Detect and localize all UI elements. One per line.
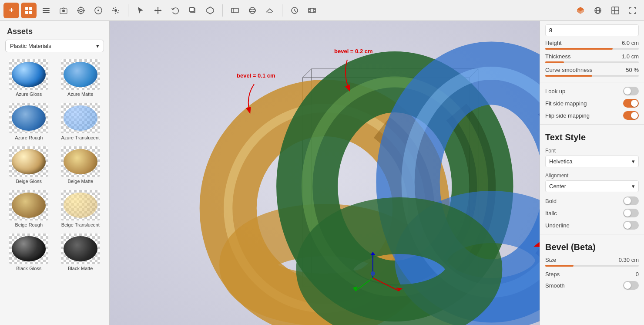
viewport[interactable]: bevel = 0.1 cm bevel = 0.2 cm bevel = 0.…	[110, 21, 540, 325]
material-item-beige-gloss[interactable]: Beige Gloss	[3, 144, 54, 186]
font-select[interactable]: Helvetica ▾	[545, 156, 639, 167]
material-thumb-beige-rough	[9, 190, 48, 220]
select-button[interactable]	[133, 3, 148, 18]
bevel-size-track[interactable]	[545, 265, 639, 267]
target-button[interactable]	[73, 3, 89, 18]
material-thumb-black-matte	[61, 234, 100, 264]
flip-side-mapping-toggle[interactable]	[623, 111, 639, 120]
italic-row: Italic	[540, 207, 644, 219]
material-item-beige-rough[interactable]: Beige Rough	[3, 187, 54, 230]
orbit-button[interactable]	[245, 3, 260, 18]
svg-rect-1	[29, 7, 32, 10]
underline-row: Underline	[540, 219, 644, 231]
add-button[interactable]: +	[3, 3, 19, 18]
fit-side-mapping-label: Fit side mapping	[545, 100, 587, 107]
smooth-row: Smooth	[540, 279, 644, 291]
sphere-beige-translucent	[64, 193, 97, 218]
material-label-azure-matte: Azure Matte	[67, 91, 93, 97]
menu-button[interactable]	[38, 3, 54, 18]
sphere-beige-matte	[64, 149, 97, 174]
svg-rect-27	[231, 8, 238, 13]
underline-toggle[interactable]	[623, 221, 639, 230]
material-label-black-matte: Black Matte	[68, 266, 93, 271]
material-item-azure-matte[interactable]: Azure Matte	[55, 57, 106, 99]
cube-view-button[interactable]	[573, 3, 588, 18]
material-label-black-gloss: Black Gloss	[16, 266, 41, 271]
curve-smoothness-value: 50 %	[626, 67, 639, 73]
material-label-azure-rough: Azure Rough	[15, 135, 43, 140]
material-item-azure-rough[interactable]: Azure Rough	[3, 100, 54, 143]
height-label: Height	[545, 40, 562, 46]
divider1	[540, 82, 644, 82]
thickness-row: Thickness 1.0 cm	[540, 51, 644, 61]
bold-toggle[interactable]	[623, 196, 639, 205]
film-button[interactable]	[304, 3, 320, 18]
separator3	[282, 4, 282, 17]
plane-button[interactable]	[262, 3, 278, 18]
material-item-azure-translucent[interactable]: Azure Translucent	[55, 100, 106, 143]
material-label-beige-translucent: Beige Translucent	[61, 222, 100, 227]
left-panel: Assets Plastic Materials ▾ Azure GlossAz…	[0, 21, 110, 325]
bevel-annotation-2: bevel = 0.2 cm	[334, 48, 373, 95]
curve-smoothness-row: Curve smoothness 50 %	[540, 65, 644, 75]
look-up-toggle[interactable]	[623, 87, 639, 95]
material-label-beige-matte: Beige Matte	[67, 179, 93, 184]
bevel1-arrow	[237, 80, 289, 119]
settings-button[interactable]	[91, 3, 106, 18]
curve-smoothness-track[interactable]	[545, 75, 639, 77]
camera-button[interactable]	[56, 3, 71, 18]
sphere-beige-rough	[12, 193, 46, 218]
material-item-beige-matte[interactable]: Beige Matte	[55, 144, 106, 186]
assets-title: Assets	[0, 21, 109, 40]
flip-side-mapping-label: Flip side mapping	[545, 112, 590, 119]
number-input[interactable]: 8	[545, 24, 639, 36]
thickness-label: Thickness	[545, 53, 571, 60]
thickness-fill	[545, 61, 564, 63]
smooth-label: Smooth	[545, 282, 565, 289]
scene-button[interactable]	[227, 3, 243, 18]
divider2	[540, 124, 644, 125]
material-item-beige-translucent[interactable]: Beige Translucent	[55, 187, 106, 230]
material-item-azure-gloss[interactable]: Azure Gloss	[3, 57, 54, 99]
bold-knob	[624, 197, 631, 204]
undo-button[interactable]	[168, 3, 183, 18]
svg-rect-24	[190, 7, 194, 12]
svg-point-71	[371, 271, 375, 276]
grid-button[interactable]	[21, 3, 37, 18]
material-item-black-matte[interactable]: Black Matte	[55, 231, 106, 274]
bevel2-arrow	[334, 55, 369, 95]
alignment-chevron-icon: ▾	[632, 183, 635, 190]
sphere-black-gloss	[12, 236, 46, 261]
clock-button[interactable]	[287, 3, 302, 18]
svg-rect-5	[43, 10, 50, 11]
material-thumb-black-gloss	[9, 234, 48, 264]
right-panel: 8 Height 6.0 cm Thickness 1.0 cm	[540, 21, 644, 325]
flip-side-mapping-row: Flip side mapping	[540, 109, 644, 122]
smooth-toggle[interactable]	[623, 281, 639, 290]
move-button[interactable]	[150, 3, 166, 18]
expand-view-button[interactable]	[607, 3, 623, 18]
sun-button[interactable]	[108, 3, 124, 18]
bevel-annotation-1: bevel = 0.1 cm	[237, 72, 289, 119]
fullscreen-button[interactable]	[625, 3, 641, 18]
bold-row: Bold	[540, 195, 644, 207]
duplicate-button[interactable]	[185, 3, 201, 18]
fit-side-mapping-toggle[interactable]	[623, 99, 639, 108]
height-row: Height 6.0 cm	[540, 38, 644, 48]
sphere-black-matte	[64, 236, 97, 261]
node-button[interactable]	[202, 3, 218, 18]
fit-side-mapping-knob	[631, 100, 638, 107]
svg-point-30	[249, 9, 255, 12]
alignment-select[interactable]: Center ▾	[545, 180, 639, 192]
svg-rect-33	[309, 8, 315, 13]
globe-view-button[interactable]	[590, 3, 606, 18]
text-style-title: Text Style	[540, 127, 644, 145]
height-track[interactable]	[545, 48, 639, 50]
underline-knob	[624, 222, 631, 229]
material-item-black-gloss[interactable]: Black Gloss	[3, 231, 54, 274]
italic-toggle[interactable]	[623, 209, 639, 217]
material-label-beige-rough: Beige Rough	[15, 222, 43, 227]
material-dropdown[interactable]: Plastic Materials ▾	[5, 40, 104, 52]
svg-point-29	[249, 7, 255, 14]
thickness-track[interactable]	[545, 61, 639, 63]
